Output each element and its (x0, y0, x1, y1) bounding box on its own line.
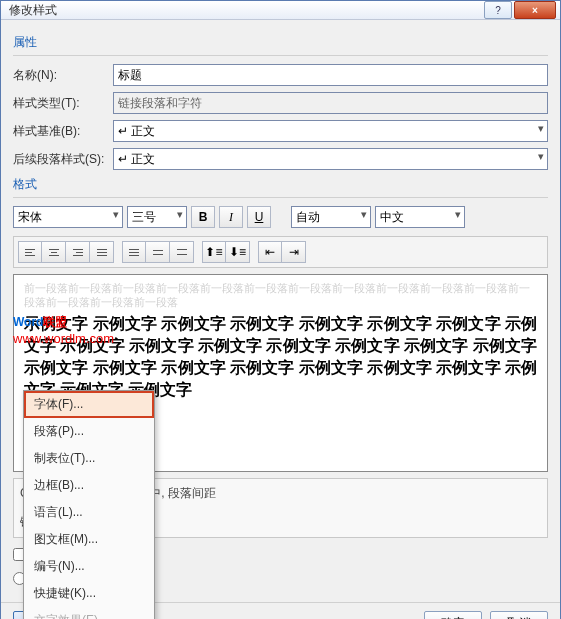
next-style-select[interactable]: ↵ 正文 (113, 148, 548, 170)
divider (13, 197, 548, 198)
align-left-icon[interactable] (18, 241, 42, 263)
size-select[interactable]: 三号 (127, 206, 187, 228)
next-label: 后续段落样式(S): (13, 151, 113, 168)
lang-select[interactable]: 中文 (375, 206, 465, 228)
menu-numbering[interactable]: 编号(N)... (24, 553, 154, 580)
font-select[interactable]: 宋体 (13, 206, 123, 228)
menu-font[interactable]: 字体(F)... (24, 391, 154, 418)
menu-frame[interactable]: 图文框(M)... (24, 526, 154, 553)
format-toolbar: 宋体 三号 B I U 自动 中文 (13, 206, 548, 228)
menu-border[interactable]: 边框(B)... (24, 472, 154, 499)
align-justify-icon[interactable] (90, 241, 114, 263)
menu-text-effects: 文字效果(E)... (24, 607, 154, 619)
cancel-button[interactable]: 取消 (490, 611, 548, 619)
divider (13, 55, 548, 56)
color-select[interactable]: 自动 (291, 206, 371, 228)
format-context-menu: 字体(F)... 段落(P)... 制表位(T)... 边框(B)... 语言(… (23, 390, 155, 619)
name-input[interactable] (113, 64, 548, 86)
preview-ghost: 前一段落前一段落前一段落前一段落前一段落前一段落前一段落前一段落前一段落前一段落… (24, 281, 537, 309)
indent-increase-icon[interactable]: ⇥ (282, 241, 306, 263)
bold-button[interactable]: B (191, 206, 215, 228)
style-base-select[interactable]: ↵ 正文 (113, 120, 548, 142)
indent-decrease-icon[interactable]: ⇤ (258, 241, 282, 263)
base-label: 样式基准(B): (13, 123, 113, 140)
spacing-1-icon[interactable] (122, 241, 146, 263)
style-type-select: 链接段落和字符 (113, 92, 548, 114)
help-button[interactable]: ? (484, 1, 512, 19)
ok-button[interactable]: 确定 (424, 611, 482, 619)
underline-button[interactable]: U (247, 206, 271, 228)
dialog-content: 属性 名称(N): 样式类型(T): 链接段落和字符 样式基准(B): ↵ 正文… (1, 20, 560, 602)
paragraph-toolbar: ⬆≡ ⬇≡ ⇤ ⇥ (13, 236, 548, 268)
menu-language[interactable]: 语言(L)... (24, 499, 154, 526)
section-properties: 属性 (13, 34, 548, 51)
name-label: 名称(N): (13, 67, 113, 84)
preview-sample: 示例文字 示例文字 示例文字 示例文字 示例文字 示例文字 示例文字 示例文字 … (24, 313, 537, 401)
italic-button[interactable]: I (219, 206, 243, 228)
space-before-icon[interactable]: ⬆≡ (202, 241, 226, 263)
type-label: 样式类型(T): (13, 95, 113, 112)
close-button[interactable]: × (514, 1, 556, 19)
titlebar: 修改样式 ? × (1, 1, 560, 20)
spacing-15-icon[interactable] (146, 241, 170, 263)
align-right-icon[interactable] (66, 241, 90, 263)
menu-tabs[interactable]: 制表位(T)... (24, 445, 154, 472)
modify-style-dialog: 修改样式 ? × 属性 名称(N): 样式类型(T): 链接段落和字符 样式基准… (0, 0, 561, 619)
align-center-icon[interactable] (42, 241, 66, 263)
space-after-icon[interactable]: ⬇≡ (226, 241, 250, 263)
menu-paragraph[interactable]: 段落(P)... (24, 418, 154, 445)
section-format: 格式 (13, 176, 548, 193)
spacing-2-icon[interactable] (170, 241, 194, 263)
menu-shortcut[interactable]: 快捷键(K)... (24, 580, 154, 607)
dialog-title: 修改样式 (9, 2, 484, 19)
